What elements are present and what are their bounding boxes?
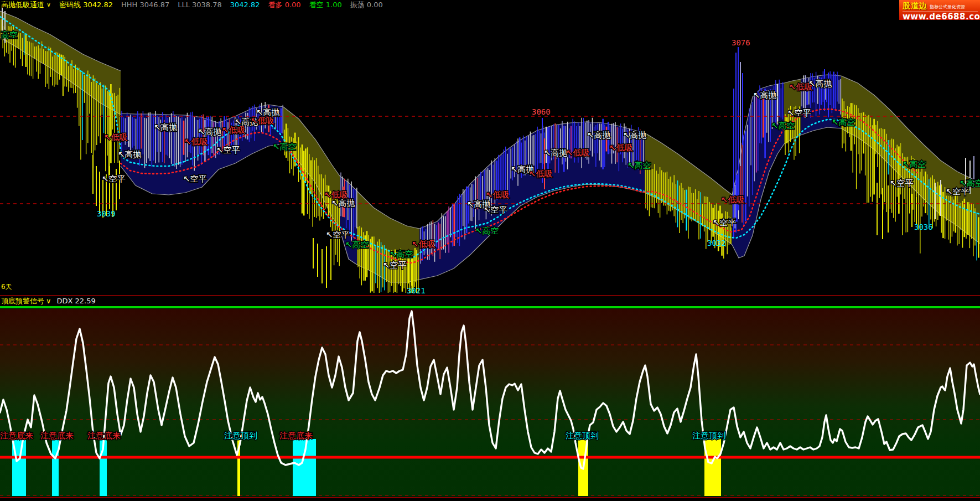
signal-annotation: ↖低吸	[721, 195, 745, 205]
price-label: 3021	[407, 286, 426, 295]
site-logo[interactable]: 股道边 指标公式量化资源 www.de6688.com	[899, 0, 980, 20]
signal-annotation: ↖高抛	[544, 148, 568, 158]
period-label: 6天	[1, 282, 12, 292]
ddx-value: DDX 22.59	[57, 296, 96, 306]
indicator-dropdown-icon[interactable]: ∨	[46, 0, 51, 9]
price-label: 3032	[707, 239, 726, 247]
signal-annotation: ↖空平	[326, 230, 350, 240]
lll-value: LLL 3038.78	[178, 0, 222, 9]
bottom-warning-label: 注意底来	[87, 431, 121, 441]
signal-annotation: ↖低吸	[486, 190, 510, 200]
price-label: 3036	[914, 223, 933, 231]
logo-url[interactable]: www.de6688.com	[903, 12, 978, 22]
green-top-line	[0, 306, 980, 308]
panel-separator-line	[0, 295, 980, 296]
signal-annotation: ↖高空	[628, 161, 651, 171]
signal-annotation: ↖空平	[946, 187, 969, 197]
signal-annotation: ↖高抛	[331, 198, 355, 208]
signal-annotation: ↖高抛	[623, 130, 647, 140]
bottom-warning-label: 注意底来	[0, 431, 33, 441]
indicator-name[interactable]: 高抛低吸通道	[1, 0, 44, 9]
signal-annotation: ↖空平	[890, 178, 914, 188]
main-indicator-header: 高抛低吸通道∨密码线 3042.82HHH 3046.87LLL 3038.78…	[1, 0, 391, 9]
hhh-value: HHH 3046.87	[121, 0, 169, 9]
main-price-chart: 高空↖低吸↖高抛↖空平↖高抛↖低吸↖高抛↖空平↖低吸↖高抛↖低吸↖高抛↖空平↖高…	[0, 0, 980, 295]
bottom-signal-bar	[293, 439, 316, 496]
signal-annotation: ↖高空	[475, 226, 499, 236]
signal-annotation: ↖空平	[383, 260, 407, 270]
bottom-warning-label: 注意底来	[279, 431, 313, 441]
top-signal-bar	[704, 439, 721, 496]
oscillation-value: 振荡 0.00	[350, 0, 383, 9]
signal-annotation: ↖高抛	[587, 130, 611, 140]
signal-annotation: ↖高空	[273, 142, 297, 152]
signal-annotation: ↖高抛	[198, 127, 222, 137]
top-warning-label: 注意顶到	[692, 431, 725, 441]
price-label: 3076	[732, 38, 750, 47]
signal-annotation: ↖高空	[903, 159, 926, 169]
signal-annotation: ↖高抛	[808, 79, 832, 89]
signal-indicator-chart: 注意底来注意底来注意底来注意顶到注意底来注意顶到注意顶到	[0, 295, 980, 501]
signal-annotation: ↖低吸	[609, 143, 633, 153]
signal-annotation: ↖高空	[771, 121, 795, 131]
sub-indicator-dropdown-icon[interactable]: ∨	[46, 296, 51, 306]
trading-app-window: 高空↖低吸↖高抛↖空平↖高抛↖低吸↖高抛↖空平↖低吸↖高抛↖低吸↖高抛↖空平↖高…	[0, 0, 980, 501]
signal-annotation: ↖高空	[345, 240, 369, 250]
signal-annotation: ↖低吸	[412, 239, 435, 249]
signal-annotation: ↖高空	[832, 117, 855, 127]
signal-annotation: ↖空平	[713, 218, 737, 228]
signal-annotation: ↖高抛	[154, 122, 178, 132]
bearish-value: 看空 1.00	[309, 0, 342, 9]
signal-annotation: ↖高抛	[118, 149, 142, 159]
signal-annotation: ↖低吸	[104, 132, 128, 142]
current-value: 3042.82	[230, 0, 260, 9]
signal-annotation: ↖高抛	[753, 90, 777, 100]
bottom-border-line	[0, 497, 980, 498]
logo-tagline: 指标公式量化资源	[930, 4, 965, 10]
signal-annotation: ↖空平	[484, 205, 507, 215]
signal-annotation: ↖空平	[216, 145, 240, 155]
signal-annotation: ↖空平	[787, 108, 811, 118]
price-label: 3039	[97, 209, 116, 218]
logo-row1: 股道边 指标公式量化资源	[903, 1, 978, 12]
signal-annotation: 高空	[1, 30, 18, 40]
sub-indicator-name[interactable]: 顶底预警信号	[1, 296, 44, 306]
red-threshold-line	[0, 456, 980, 459]
sub-indicator-header: 顶底预警信号 ∨ DDX 22.59	[1, 296, 96, 306]
signal-annotation: ↖低吸	[566, 148, 590, 158]
bottom-warning-label: 注意底来	[40, 431, 74, 441]
signal-annotation: ↖空平	[102, 174, 126, 184]
signal-annotation: ↖低吸	[529, 169, 553, 179]
signal-annotation: ↖高抛	[256, 107, 280, 117]
top-warning-label: 注意顶到	[566, 431, 599, 441]
signal-annotation: ↖低吸	[184, 137, 208, 147]
price-label: 3060	[532, 107, 551, 116]
password-line-value: 密码线 3042.82	[59, 0, 113, 9]
sub-chart-background	[0, 309, 980, 497]
logo-brand: 股道边	[903, 1, 927, 11]
top-warning-label: 注意顶到	[224, 431, 257, 441]
signal-annotation: ↖空平	[183, 174, 207, 184]
signal-annotation: ↖高空	[390, 249, 413, 259]
bullish-value: 看多 0.00	[268, 0, 301, 9]
bottom-signal-bar	[52, 439, 59, 496]
